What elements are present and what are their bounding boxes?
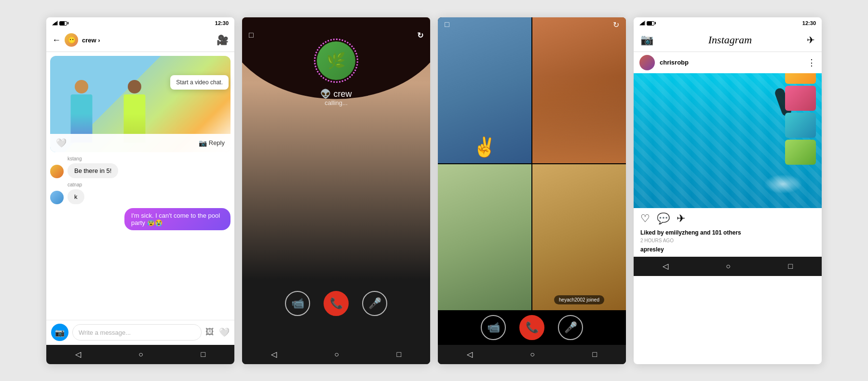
message-bubble-2: k	[68, 189, 84, 204]
signal-icon-4	[639, 21, 645, 26]
signal-icon	[52, 21, 58, 26]
comment-preview: apresley	[634, 246, 822, 257]
group-video-button[interactable]: 📹	[481, 315, 506, 340]
message-group-kstang: kstang Be there in 5!	[50, 156, 231, 178]
back-nav-button-2[interactable]: ◁	[271, 350, 277, 359]
story-thumb-1[interactable]	[785, 73, 816, 84]
screen-icon: □	[445, 20, 449, 29]
commenter-name[interactable]: apresley	[640, 246, 664, 253]
back-button[interactable]: ←	[52, 35, 61, 45]
flip-camera-icon[interactable]: ↻	[417, 31, 423, 40]
person-figure-2	[118, 80, 151, 143]
message-sender-2: catnap	[50, 182, 231, 187]
home-nav-button-2[interactable]: ○	[334, 350, 339, 359]
reply-button[interactable]: 📷 Reply	[199, 139, 225, 147]
caller-status: calling...	[320, 99, 352, 106]
group-mic-icon: 🎤	[564, 321, 577, 334]
video-cell-4: heyach2002 joined	[532, 164, 626, 310]
phone-video-call: □ ↻ 🌿 👽 crew calling... 📹 📞 🎤	[242, 17, 430, 364]
group-mic-button[interactable]: 🎤	[558, 315, 583, 340]
video-toggle-button[interactable]: 📹	[285, 291, 310, 316]
bottom-navigation-1: ◁ ○ □	[46, 345, 234, 364]
mic-icon: 🎤	[368, 297, 381, 310]
recent-nav-button-4[interactable]: □	[788, 262, 793, 271]
messages-area: Start a video chat. 🤍 📷 Reply kstang Be …	[46, 52, 234, 320]
post-more-button[interactable]: ⋮	[807, 57, 816, 68]
status-time-1: 12:30	[215, 20, 229, 26]
phone-group-video: □ ↻ ✌️ heyach2002 joined 📹 📞	[438, 17, 626, 364]
like-icon[interactable]: 🤍	[56, 138, 67, 148]
post-image-pool	[634, 73, 822, 208]
back-nav-button[interactable]: ◁	[75, 350, 81, 359]
likes-count: Liked by emiilyzheng and 101 others	[634, 229, 822, 238]
message-bubble-3: I'm sick. I can't come to the pool party…	[124, 208, 231, 230]
message-group-catnap: catnap k	[50, 182, 231, 204]
gesture-icon: ✌️	[473, 136, 497, 158]
phone-messages: 12:30 ← 😶 crew › 🎥 Start a video chat. 🤍	[46, 17, 234, 364]
post-actions-bar: 🤍 📷 Reply	[50, 134, 231, 152]
chat-header: ← 😶 crew › 🎥	[46, 29, 234, 52]
like-button[interactable]: ♡	[640, 212, 650, 225]
home-nav-button-3[interactable]: ○	[530, 350, 535, 359]
comment-button[interactable]: 💬	[657, 212, 670, 225]
message-row-1: Be there in 5!	[50, 163, 231, 178]
end-call-icon: 📞	[330, 297, 343, 310]
video-tooltip: Start a video chat.	[170, 75, 229, 90]
instagram-logo: Instagram	[653, 34, 807, 46]
post-action-bar: ♡ 💬 ✈	[634, 208, 822, 229]
bottom-navigation-3: ◁ ○ □	[438, 345, 626, 364]
video-cell-3	[438, 164, 531, 310]
caller-avatar: 🌿	[317, 41, 355, 80]
back-nav-button-4[interactable]: ◁	[663, 262, 668, 271]
caller-info: 👽 crew calling...	[320, 89, 352, 106]
recent-nav-button-2[interactable]: □	[397, 350, 402, 359]
battery-icon	[59, 20, 67, 26]
video-cell-2	[532, 17, 626, 163]
call-controls: 📹 📞 🎤	[242, 291, 430, 316]
battery-icon-4	[647, 20, 654, 26]
video-background: 🌿 👽 crew calling... 📹 📞 🎤	[242, 17, 430, 345]
story-thumb-3[interactable]	[785, 113, 816, 138]
post-time: 2 HOURS AGO	[634, 238, 822, 246]
mute-button[interactable]: 🎤	[362, 291, 387, 316]
flip-icon[interactable]: ↻	[613, 20, 619, 29]
message-input-bar: 📷 Write a message... 🖼 🤍	[46, 320, 234, 345]
heart-input-icon[interactable]: 🤍	[219, 327, 230, 338]
message-text-input[interactable]: Write a message...	[72, 324, 202, 341]
back-nav-button-3[interactable]: ◁	[467, 350, 473, 359]
share-button[interactable]: ✈	[677, 212, 685, 225]
message-row-2: k	[50, 189, 231, 204]
shared-post: 🤍 📷 Reply	[50, 56, 231, 152]
gallery-icon[interactable]: 🖼	[205, 327, 214, 338]
story-thumb-2[interactable]	[785, 86, 816, 111]
camera-icon: 📷	[199, 139, 207, 147]
home-nav-button-4[interactable]: ○	[726, 262, 731, 271]
post-username[interactable]: chrisrobp	[660, 59, 689, 66]
post-header: chrisrobp ⋮	[634, 52, 822, 73]
camera-button[interactable]: 📷	[51, 324, 68, 341]
bottom-navigation-4: ◁ ○ □	[634, 257, 822, 276]
message-row-3: I'm sick. I can't come to the pool party…	[50, 208, 231, 230]
recent-nav-button[interactable]: □	[201, 350, 206, 359]
video-cell-1: ✌️	[438, 17, 531, 163]
group-end-icon: 📞	[526, 321, 539, 334]
camera-header-icon[interactable]: 📷	[640, 34, 653, 46]
caller-name: 👽 crew	[320, 89, 352, 99]
end-call-button[interactable]: 📞	[324, 291, 349, 316]
status-bar-2: □ ↻	[242, 17, 430, 29]
message-bubble-1: Be there in 5!	[68, 163, 118, 178]
group-avatar: 😶	[65, 33, 78, 47]
video-call-button[interactable]: 🎥	[217, 34, 229, 46]
joined-notification: heyach2002 joined	[554, 295, 604, 304]
story-thumb-4[interactable]	[785, 140, 816, 165]
home-nav-button[interactable]: ○	[138, 350, 143, 359]
direct-messages-icon[interactable]: ✈	[807, 34, 815, 46]
status-bar-4: 12:30	[634, 17, 822, 29]
message-group-me: I'm sick. I can't come to the pool party…	[50, 208, 231, 230]
post-user-avatar[interactable]	[639, 55, 655, 70]
recent-nav-button-3[interactable]: □	[593, 350, 597, 359]
group-video-icon: 📹	[487, 321, 500, 334]
stories-float-panel	[785, 73, 818, 165]
group-end-button[interactable]: 📞	[519, 315, 544, 340]
water-splash	[764, 174, 802, 194]
